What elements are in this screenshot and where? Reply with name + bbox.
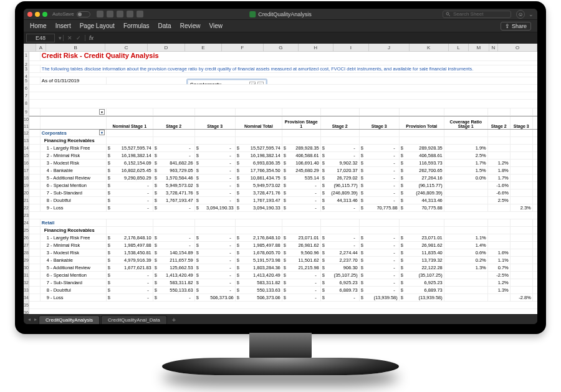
row-header[interactable]: 21 bbox=[24, 197, 29, 204]
row-header[interactable]: 17 bbox=[24, 167, 29, 174]
row-header[interactable]: 4 bbox=[24, 73, 29, 77]
row-header[interactable]: 27 bbox=[24, 242, 29, 249]
col-header[interactable]: F bbox=[222, 44, 264, 51]
row-header[interactable]: 35 bbox=[24, 302, 29, 309]
col-header[interactable]: N bbox=[489, 44, 498, 51]
row-header[interactable]: 11 bbox=[24, 123, 29, 130]
name-box[interactable]: E48 bbox=[26, 34, 55, 42]
maximize-icon[interactable] bbox=[42, 12, 47, 17]
sheet-tab[interactable]: CreditQualityAnal_Data bbox=[101, 315, 167, 324]
user-icon[interactable]: ☺ bbox=[516, 10, 525, 19]
row-header[interactable]: 33 bbox=[24, 287, 29, 294]
cells-area[interactable]: Credit Risk - Credit Quality Analysis Th… bbox=[29, 52, 537, 314]
tab-review[interactable]: Review bbox=[180, 22, 201, 29]
select-all-corner[interactable] bbox=[24, 44, 36, 51]
col-header[interactable]: G bbox=[264, 44, 299, 51]
formula-input[interactable] bbox=[97, 34, 537, 42]
chevron-down-icon[interactable]: ⌄ bbox=[529, 11, 534, 17]
undo-icon[interactable] bbox=[117, 11, 123, 17]
share-button[interactable]: ⇪ Share bbox=[501, 22, 531, 31]
row-header[interactable]: 8 bbox=[24, 100, 29, 108]
data-cell bbox=[488, 234, 511, 241]
confirm-icon[interactable]: ✓ bbox=[76, 35, 81, 41]
sheet-nav-left-icon[interactable]: ◂ bbox=[26, 317, 32, 322]
minimize-icon[interactable] bbox=[35, 12, 40, 17]
row-header[interactable]: 7 bbox=[24, 92, 29, 100]
col-header[interactable]: I bbox=[333, 44, 370, 51]
fx-icon[interactable]: fx bbox=[85, 35, 97, 41]
namebox-chevron-icon[interactable]: ▾ bbox=[57, 35, 63, 41]
col-header[interactable]: M bbox=[469, 44, 489, 51]
add-sheet-button[interactable]: + bbox=[168, 316, 180, 323]
row-header[interactable]: 18 bbox=[24, 174, 29, 182]
tab-view[interactable]: View bbox=[209, 22, 223, 29]
row-header[interactable]: 28 bbox=[24, 249, 29, 257]
data-cell: $15,527,595.74 bbox=[107, 145, 153, 151]
row-header[interactable]: 24 bbox=[24, 219, 29, 227]
row-header[interactable]: 34 bbox=[24, 294, 29, 302]
tab-data[interactable]: Data bbox=[158, 22, 171, 29]
col-header[interactable]: J bbox=[369, 44, 410, 51]
row-header[interactable]: 15 bbox=[24, 152, 29, 160]
tab-formulas[interactable]: Formulas bbox=[123, 22, 150, 29]
col-header[interactable]: C bbox=[105, 44, 147, 51]
slicer-clear-icon[interactable]: ⤫ bbox=[257, 82, 264, 84]
row-header[interactable]: 2 bbox=[24, 61, 29, 65]
row-header[interactable]: 1 bbox=[24, 52, 29, 61]
row-header[interactable]: 3 bbox=[24, 65, 29, 73]
data-cell: $44,313.46 bbox=[321, 197, 360, 204]
row-header[interactable]: 12 bbox=[24, 130, 29, 137]
autosave-toggle[interactable] bbox=[77, 11, 90, 17]
ribbon-tabs: Home Insert Page Layout Formulas Data Re… bbox=[24, 20, 537, 32]
cancel-icon[interactable]: ✕ bbox=[67, 35, 72, 41]
risk-label: 9 - Loss bbox=[41, 204, 107, 211]
search-input[interactable]: Search Sheet bbox=[443, 11, 511, 18]
row-header[interactable]: 6 bbox=[24, 85, 29, 92]
data-cell: $583,311.82 bbox=[236, 279, 282, 286]
row-header[interactable]: 25 bbox=[24, 227, 29, 234]
tab-insert[interactable]: Insert bbox=[55, 22, 71, 29]
row-header[interactable]: 30 bbox=[24, 264, 29, 272]
close-icon[interactable] bbox=[27, 12, 32, 17]
row-header[interactable]: 9 bbox=[24, 108, 29, 116]
redo-icon[interactable] bbox=[127, 11, 133, 17]
row-header[interactable]: 13 bbox=[24, 137, 29, 145]
row-header[interactable]: 19 bbox=[24, 182, 29, 189]
col-header[interactable]: H bbox=[299, 44, 333, 51]
col-header[interactable]: B bbox=[46, 44, 105, 51]
counterparty-slicer[interactable]: Counterparty ⋮≡ ⤫ Corporates Retail bbox=[186, 79, 267, 84]
row-header[interactable]: 31 bbox=[24, 272, 29, 279]
row-header[interactable]: 20 bbox=[24, 189, 29, 197]
row-header[interactable]: 36 bbox=[24, 309, 29, 314]
filter-icon[interactable]: ▾ bbox=[99, 130, 105, 135]
row-header[interactable]: 14 bbox=[24, 145, 29, 152]
row-header[interactable]: 5 bbox=[24, 77, 29, 85]
row-header[interactable]: 23 bbox=[24, 212, 29, 219]
row-header[interactable]: 32 bbox=[24, 279, 29, 287]
data-cell bbox=[511, 197, 533, 204]
col-header[interactable]: A bbox=[36, 44, 46, 51]
filter-icon[interactable]: ▾ bbox=[99, 109, 105, 115]
col-header[interactable]: L bbox=[449, 44, 469, 51]
tab-home[interactable]: Home bbox=[30, 22, 47, 29]
home-icon[interactable] bbox=[97, 11, 103, 17]
tab-page-layout[interactable]: Page Layout bbox=[80, 22, 115, 29]
row-header[interactable]: 10 bbox=[24, 116, 29, 123]
row-header[interactable]: 22 bbox=[24, 204, 29, 212]
risk-label: 1 - Largely Risk Free bbox=[41, 234, 107, 241]
sheet-nav-right-icon[interactable]: ▸ bbox=[32, 317, 39, 322]
print-icon[interactable] bbox=[137, 11, 143, 17]
col-coverage-s3: Stage 3 bbox=[511, 117, 533, 129]
row-header[interactable]: 29 bbox=[24, 257, 29, 264]
col-header[interactable]: E bbox=[185, 44, 221, 51]
data-cell: $140,154.89 bbox=[153, 249, 195, 256]
col-header[interactable]: K bbox=[410, 44, 449, 51]
row-header[interactable]: 26 bbox=[24, 234, 29, 242]
slicer-multiselect-icon[interactable]: ⋮≡ bbox=[249, 82, 256, 84]
sheet-tab-active[interactable]: CreditQualityAnalysis bbox=[39, 315, 100, 324]
col-header[interactable]: D bbox=[148, 44, 185, 51]
save-icon[interactable] bbox=[107, 11, 113, 17]
col-header[interactable]: O bbox=[498, 44, 537, 51]
row-header[interactable]: 16 bbox=[24, 160, 29, 167]
excel-icon bbox=[249, 11, 256, 17]
